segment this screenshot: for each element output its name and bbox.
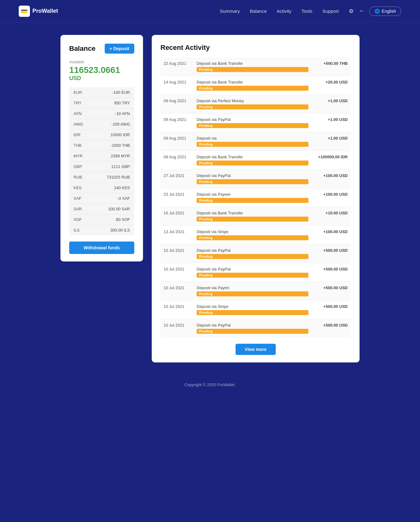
currency-value: -10 AFN	[93, 108, 134, 119]
activity-title: Recent Activity	[160, 44, 351, 52]
activity-desc: Deposit via Paytm	[197, 285, 308, 290]
view-more-container: View more	[160, 344, 351, 355]
activity-item: 16 Jul 2021 Deposit via Bank Transfer Pe…	[160, 207, 351, 226]
activity-badge: Pending	[197, 329, 308, 334]
nav-icons: ⚙ ↔ 🌐 English	[349, 7, 401, 16]
nav-summary[interactable]: Summary	[220, 8, 240, 14]
currency-row: ILS 300.00 ILS	[69, 225, 134, 235]
currency-value: 731025 RUB	[93, 172, 134, 182]
activity-badge: Pending	[197, 198, 308, 203]
currency-row: KES 140 KES	[69, 182, 134, 193]
activity-badge: Pending	[197, 291, 308, 296]
activity-info: Deposit via PayPal Pending	[197, 173, 308, 184]
currency-value: 950 TRY	[93, 98, 134, 108]
activity-info: Deposit via PayPal Pending	[197, 248, 308, 259]
activity-badge: Pending	[197, 104, 308, 109]
activity-date: 08 Aug 2021	[164, 155, 192, 159]
nav-links: Summary Balance Activity Tools Support	[220, 8, 339, 14]
deposit-button[interactable]: + Deposit	[105, 44, 134, 54]
currency-value: -3 XAF	[93, 193, 134, 204]
currency-value: 140 KES	[93, 182, 134, 193]
activity-info: Deposit via Stripe Pending	[197, 304, 308, 315]
activity-badge: Pending	[197, 179, 308, 184]
currency-value: -100 EUR	[93, 87, 134, 98]
currency-row: GBP 1111 GBP	[69, 161, 134, 172]
activity-info: Deposit via Bank Transfer Pending	[197, 211, 308, 222]
activity-badge: Pending	[197, 142, 308, 147]
currency-value: 300.00 ILS	[93, 225, 134, 235]
activity-amount: +500.00 USD	[313, 323, 348, 328]
activity-info: Deposit via PayPal Pending	[197, 323, 308, 334]
currency-code: ILS	[69, 225, 93, 235]
activity-amount: +10.00 USD	[313, 211, 348, 215]
withdrawal-button[interactable]: Withdrawal funds	[69, 242, 134, 254]
activity-info: Deposit via Bank Transfer Pending	[197, 61, 308, 72]
activity-item: 14 Aug 2021 Deposit via Bank Transfer Pe…	[160, 76, 351, 95]
currency-table: EUR -100 EURTRY 950 TRYAFN -10 AFNAWG -1…	[69, 87, 134, 235]
brand-icon: 💳	[19, 6, 30, 17]
activity-badge: Pending	[197, 86, 308, 91]
activity-badge: Pending	[197, 273, 308, 278]
language-button[interactable]: 🌐 English	[369, 7, 401, 16]
activity-info: Deposit via Payeer Pending	[197, 192, 308, 203]
activity-item: 09 Aug 2021 Deposit via Pending +1.00 US…	[160, 132, 351, 151]
currency-row: MYR 2399 MYR	[69, 151, 134, 161]
balance-currency: USD	[69, 75, 134, 82]
activity-desc: Deposit via PayPal	[197, 248, 308, 253]
activity-amount: +1.00 USD	[313, 117, 348, 122]
activity-desc: Deposit via Bank Transfer	[197, 155, 308, 159]
activity-desc: Deposit via Payeer	[197, 192, 308, 197]
currency-code: AFN	[69, 108, 93, 119]
activity-item: 10 Jul 2021 Deposit via Stripe Pending +…	[160, 300, 351, 319]
activity-desc: Deposit via PayPal	[197, 267, 308, 271]
nav-balance[interactable]: Balance	[250, 8, 267, 14]
activity-date: 16 Jul 2021	[164, 211, 192, 215]
currency-code: MYR	[69, 151, 93, 161]
currency-code: KES	[69, 182, 93, 193]
activity-amount: +500.00 USD	[313, 248, 348, 253]
available-label: Available	[69, 60, 134, 64]
activity-desc: Deposit via Bank Transfer	[197, 61, 308, 66]
activity-info: Deposit via PayPal Pending	[197, 267, 308, 278]
currency-value: -100 AWG	[93, 119, 134, 129]
activity-amount: +1.00 USD	[313, 136, 348, 141]
activity-desc: Deposit via Bank Transfer	[197, 80, 308, 84]
currency-row: THB -1000 THB	[69, 140, 134, 151]
globe-icon: 🌐	[375, 9, 380, 14]
nav-activity[interactable]: Activity	[277, 8, 292, 14]
currency-code: EUR	[69, 87, 93, 98]
activity-info: Deposit via Paytm Pending	[197, 285, 308, 296]
activity-amount: +100.00 USD	[313, 192, 348, 197]
currency-value: 2399 MYR	[93, 151, 134, 161]
lang-label: English	[382, 9, 396, 14]
activity-item: 22 Aug 2021 Deposit via Bank Transfer Pe…	[160, 57, 351, 76]
footer-text: Copyright © 2020 ProWallet.	[184, 382, 236, 387]
currency-row: EUR -100 EUR	[69, 87, 134, 98]
activity-badge: Pending	[197, 310, 308, 315]
currency-code: XAF	[69, 193, 93, 204]
nav-support[interactable]: Support	[322, 8, 339, 14]
activity-card: Recent Activity 22 Aug 2021 Deposit via …	[152, 35, 360, 362]
activity-info: Deposit via Perfect Money Pending	[197, 98, 308, 109]
balance-amount: 116523.0661	[69, 65, 134, 75]
nav-tools[interactable]: Tools	[302, 8, 313, 14]
balance-header: Balance + Deposit	[69, 44, 134, 54]
settings-icon[interactable]: ⚙	[349, 8, 354, 15]
activity-badge: Pending	[197, 67, 308, 72]
activity-date: 23 Jul 2021	[164, 192, 192, 197]
activity-item: 13 Jul 2021 Deposit via Stripe Pending +…	[160, 226, 351, 244]
currency-value: -1000 THB	[93, 140, 134, 151]
activity-date: 10 Jul 2021	[164, 267, 192, 271]
activity-item: 10 Jul 2021 Deposit via Paytm Pending +5…	[160, 282, 351, 300]
view-more-button[interactable]: View more	[236, 344, 276, 355]
currency-code: TRY	[69, 98, 93, 108]
transfer-icon[interactable]: ↔	[359, 8, 364, 14]
activity-item: 10 Jul 2021 Deposit via PayPal Pending +…	[160, 244, 351, 263]
activity-amount: +100.00 USD	[313, 229, 348, 234]
activity-amount: +500.00 USD	[313, 304, 348, 309]
activity-badge: Pending	[197, 235, 308, 240]
activity-date: 14 Aug 2021	[164, 80, 192, 84]
currency-row: XAF -3 XAF	[69, 193, 134, 204]
brand-name: ProWallet	[32, 8, 58, 14]
activity-info: Deposit via Pending	[197, 136, 308, 147]
